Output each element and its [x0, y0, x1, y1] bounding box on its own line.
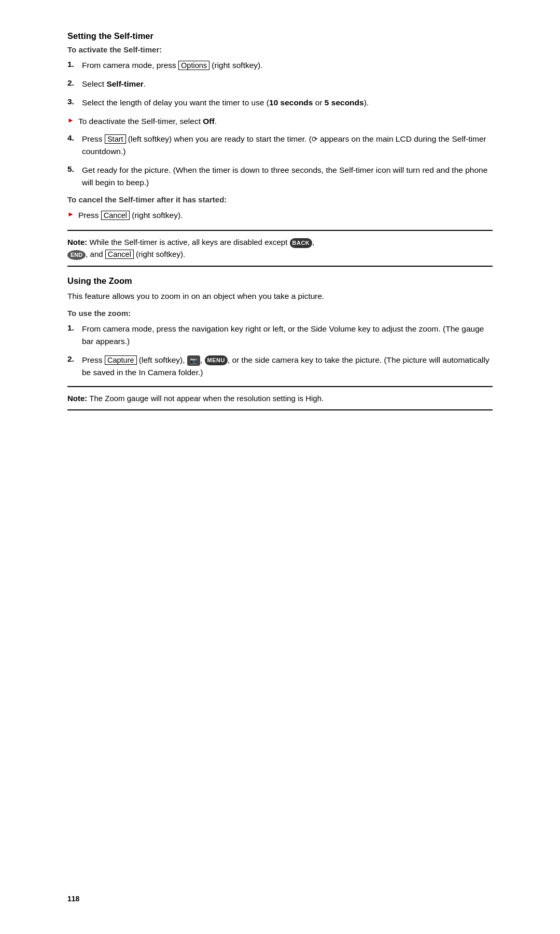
step-2: 2. Select Self-timer. [67, 78, 493, 90]
step-1-body: From camera mode, press Options (right s… [82, 59, 493, 72]
note-label-2: Note: [67, 394, 87, 403]
step-5: 5. Get ready for the picture. (When the … [67, 164, 493, 189]
step-4-num: 4. [67, 133, 82, 143]
main-content: Setting the Self-timer To activate the S… [67, 31, 493, 410]
zoom-intro: This feature allows you to zoom in on an… [67, 290, 493, 303]
deactivate-text: To deactivate the Self-timer, select Off… [78, 115, 217, 128]
page-number: 118 [67, 895, 79, 903]
step-4: 4. Press Start (left softkey) when you a… [67, 133, 493, 158]
note-label-1: Note: [67, 238, 87, 246]
options-key: Options [178, 61, 209, 70]
activate-subtitle: To activate the Self-timer: [67, 45, 493, 54]
step-1: 1. From camera mode, press Options (righ… [67, 59, 493, 72]
cancel-key-2: Cancel [105, 250, 134, 259]
timer-countdown-icon: ⟳ [312, 134, 318, 145]
step-1-num: 1. [67, 59, 82, 69]
zoom-note-box: Note: The Zoom gauge will not appear whe… [67, 386, 493, 410]
cancel-bullet: ► Press Cancel (right softkey). [67, 209, 493, 222]
cancel-subtitle: To cancel the Self-timer after it has st… [67, 195, 493, 204]
zoom-step-2: 2. Press Capture (left softkey), 📷, MENU… [67, 354, 493, 379]
zoom-step-1: 1. From camera mode, press the navigatio… [67, 323, 493, 348]
zoom-section-title: Using the Zoom [67, 276, 493, 286]
cancel-text: Press Cancel (right softkey). [78, 209, 183, 222]
step-2-body: Select Self-timer. [82, 78, 493, 90]
camera-icon: 📷 [187, 355, 200, 366]
zoom-step-1-body: From camera mode, press the navigation k… [82, 323, 493, 348]
step-4-body: Press Start (left softkey) when you are … [82, 133, 493, 158]
menu-icon: MENU [205, 355, 228, 365]
bullet-arrow-icon: ► [67, 115, 74, 125]
zoom-step-2-body: Press Capture (left softkey), 📷, MENU, o… [82, 354, 493, 379]
cancel-bullet-arrow-icon: ► [67, 209, 74, 218]
step-3-num: 3. [67, 97, 82, 106]
end-icon: END [67, 250, 86, 260]
back-icon: BACK [290, 238, 313, 248]
step-2-num: 2. [67, 78, 82, 88]
cancel-key: Cancel [101, 211, 130, 220]
capture-key: Capture [105, 355, 137, 365]
zoom-step-2-num: 2. [67, 354, 82, 364]
self-timer-note-box: Note: While the Self-timer is active, al… [67, 230, 493, 267]
zoom-step-1-num: 1. [67, 323, 82, 333]
step-3-body: Select the length of delay you want the … [82, 97, 493, 109]
step-5-num: 5. [67, 164, 82, 174]
deactivate-bullet: ► To deactivate the Self-timer, select O… [67, 115, 493, 128]
start-key: Start [105, 134, 126, 144]
self-timer-section-title: Setting the Self-timer [67, 31, 493, 41]
step-5-body: Get ready for the picture. (When the tim… [82, 164, 493, 189]
use-zoom-subtitle: To use the zoom: [67, 309, 493, 318]
step-3: 3. Select the length of delay you want t… [67, 97, 493, 109]
zoom-note-text: The Zoom gauge will not appear when the … [87, 394, 324, 403]
